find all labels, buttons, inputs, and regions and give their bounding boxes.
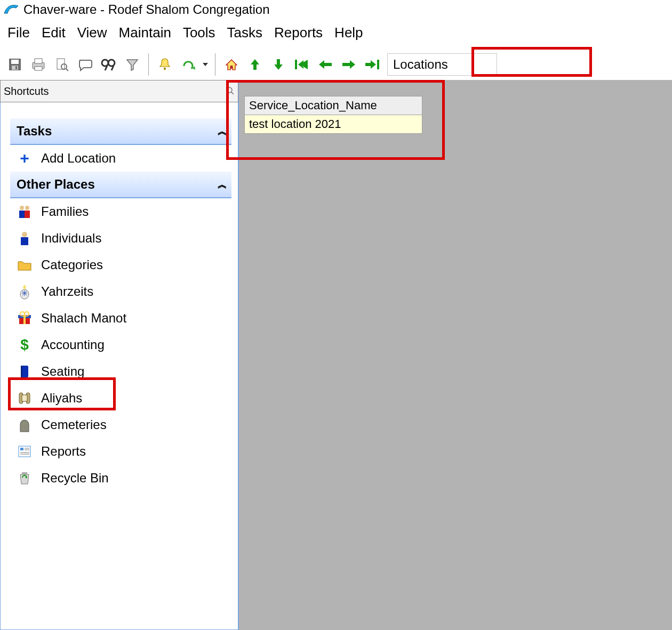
locations-label[interactable]: Locations xyxy=(387,53,497,76)
svg-point-11 xyxy=(108,60,115,66)
sidebar-item-label: Aliyahs xyxy=(41,391,82,406)
families-icon xyxy=(17,204,33,220)
svg-point-21 xyxy=(25,206,29,210)
task-add-location[interactable]: + Add Location xyxy=(10,145,231,172)
sidebar-item-label: Reports xyxy=(41,444,86,459)
sidebar-item-label: Recycle Bin xyxy=(41,471,109,486)
window-title: Chaver-ware - Rodef Shalom Congregation xyxy=(23,2,270,17)
menubar: File Edit View Maintain Tools Tasks Repo… xyxy=(0,19,672,50)
grid-column-header[interactable]: Service_Location_Name xyxy=(245,96,422,115)
collapse-icon: ︽ xyxy=(218,178,225,191)
app-icon xyxy=(3,3,19,17)
sidebar-item-label: Families xyxy=(41,204,89,219)
svg-rect-5 xyxy=(35,59,42,63)
menu-view[interactable]: View xyxy=(75,23,109,45)
svg-rect-39 xyxy=(20,448,23,450)
nav-down-icon[interactable] xyxy=(267,53,290,76)
sidebar-item-categories[interactable]: Categories xyxy=(10,252,231,278)
dropdown-arrow-icon[interactable] xyxy=(200,53,211,76)
svg-rect-1 xyxy=(11,60,19,64)
locations-grid[interactable]: Service_Location_Name test location 2021 xyxy=(244,96,422,134)
svg-rect-23 xyxy=(25,211,30,218)
main-content: Service_Location_Name test location 2021 xyxy=(239,80,672,630)
svg-point-14 xyxy=(164,68,166,70)
svg-rect-15 xyxy=(230,66,233,69)
toolbar-separator xyxy=(215,53,215,76)
shortcuts-header-label: Shortcuts xyxy=(4,85,49,98)
sidebar-item-label: Seating xyxy=(41,364,84,379)
svg-point-20 xyxy=(20,206,24,210)
sidebar-item-aliyahs[interactable]: Aliyahs xyxy=(10,385,231,411)
aliyahs-icon xyxy=(17,390,33,406)
svg-rect-29 xyxy=(23,315,26,324)
plus-icon: + xyxy=(17,150,33,166)
menu-file[interactable]: File xyxy=(5,23,32,45)
sidebar-item-label: Categories xyxy=(41,257,103,272)
seating-icon xyxy=(17,364,33,379)
folder-icon xyxy=(17,257,33,273)
dollar-icon: $ xyxy=(17,337,33,353)
svg-rect-44 xyxy=(22,472,27,474)
sidebar-item-shalach-manot[interactable]: Shalach Manot xyxy=(10,305,231,332)
nav-first-icon[interactable] xyxy=(290,53,314,76)
grid-row[interactable]: test location 2021 xyxy=(245,115,422,133)
svg-text:$: $ xyxy=(20,337,29,353)
menu-help[interactable]: Help xyxy=(332,23,365,45)
svg-rect-17 xyxy=(377,60,379,69)
shortcuts-header: Shortcuts xyxy=(0,80,238,102)
sidebar-item-label: Individuals xyxy=(41,231,101,246)
menu-tasks[interactable]: Tasks xyxy=(225,23,265,45)
svg-rect-25 xyxy=(21,237,28,245)
chat-icon[interactable] xyxy=(74,53,97,76)
nav-prev-icon[interactable] xyxy=(314,53,337,76)
toolbar-separator xyxy=(148,53,149,76)
svg-rect-22 xyxy=(19,211,25,218)
svg-rect-16 xyxy=(295,60,297,69)
svg-rect-3 xyxy=(15,66,17,69)
sidebar-item-cemeteries[interactable]: Cemeteries xyxy=(10,411,231,438)
sidebar-item-label: Yahrzeits xyxy=(41,284,93,299)
menu-edit[interactable]: Edit xyxy=(39,23,68,45)
svg-line-9 xyxy=(66,69,68,71)
svg-line-19 xyxy=(231,92,234,94)
shortcuts-panel: Shortcuts Tasks ︽ + Add Location Other P… xyxy=(0,80,239,630)
print-preview-icon[interactable] xyxy=(50,53,74,76)
svg-point-24 xyxy=(22,232,27,237)
sidebar-item-families[interactable]: Families xyxy=(10,198,231,225)
nav-next-icon[interactable] xyxy=(337,53,361,76)
bell-icon[interactable] xyxy=(153,53,177,76)
gift-icon xyxy=(17,310,33,326)
sidebar-item-accounting[interactable]: $ Accounting xyxy=(10,332,231,358)
titlebar: Chaver-ware - Rodef Shalom Congregation xyxy=(0,0,672,19)
filter-icon[interactable] xyxy=(121,53,144,76)
sidebar-item-label: Shalach Manot xyxy=(41,311,126,326)
save-icon[interactable] xyxy=(3,53,27,76)
print-icon[interactable] xyxy=(27,53,50,76)
menu-maintain[interactable]: Maintain xyxy=(117,23,173,45)
svg-rect-37 xyxy=(22,395,27,401)
pin-icon[interactable] xyxy=(225,86,235,96)
other-places-title: Other Places xyxy=(17,177,95,192)
tasks-title: Tasks xyxy=(17,124,52,139)
other-places-section-header[interactable]: Other Places ︽ xyxy=(10,172,231,198)
sidebar-item-individuals[interactable]: Individuals xyxy=(10,225,231,252)
report-icon xyxy=(17,443,33,459)
nav-last-icon[interactable] xyxy=(361,53,384,76)
redo-icon[interactable] xyxy=(177,53,200,76)
search-icon[interactable] xyxy=(97,53,121,76)
home-icon[interactable] xyxy=(220,53,243,76)
svg-rect-34 xyxy=(21,366,22,377)
sidebar-item-label: Accounting xyxy=(41,337,105,352)
sidebar-item-seating[interactable]: Seating xyxy=(10,358,231,385)
sidebar-item-recycle-bin[interactable]: Recycle Bin xyxy=(10,465,231,491)
cemetery-icon xyxy=(17,417,33,433)
sidebar-item-reports[interactable]: Reports xyxy=(10,438,231,465)
menu-reports[interactable]: Reports xyxy=(272,23,325,45)
svg-rect-6 xyxy=(35,67,42,70)
tasks-section-header[interactable]: Tasks ︽ xyxy=(10,118,231,145)
menu-tools[interactable]: Tools xyxy=(181,23,218,45)
svg-point-10 xyxy=(102,60,108,66)
recycle-bin-icon xyxy=(17,470,33,486)
sidebar-item-yahrzeits[interactable]: Yahrzeits xyxy=(10,278,231,305)
nav-up-icon[interactable] xyxy=(243,53,267,76)
